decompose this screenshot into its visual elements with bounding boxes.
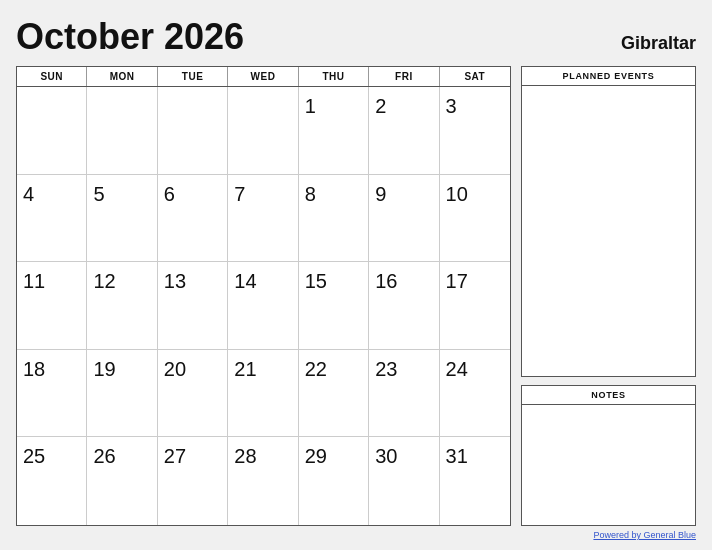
day-number: 29 bbox=[305, 445, 362, 468]
calendar-cell: 6 bbox=[158, 175, 228, 263]
calendar-cell: 24 bbox=[440, 350, 510, 438]
powered-by-link[interactable]: Powered by General Blue bbox=[593, 530, 696, 540]
calendar-grid: 1234567891011121314151617181920212223242… bbox=[17, 87, 510, 525]
calendar-cell: 18 bbox=[17, 350, 87, 438]
day-number: 25 bbox=[23, 445, 80, 468]
day-number: 19 bbox=[93, 358, 150, 381]
day-number: 15 bbox=[305, 270, 362, 293]
calendar-cell: 10 bbox=[440, 175, 510, 263]
planned-events-box: PLANNED EVENTS bbox=[521, 66, 696, 377]
calendar-cell: 13 bbox=[158, 262, 228, 350]
day-number: 6 bbox=[164, 183, 221, 206]
notes-box: NOTES bbox=[521, 385, 696, 526]
calendar-cell: 20 bbox=[158, 350, 228, 438]
region-label: Gibraltar bbox=[621, 33, 696, 54]
notes-content bbox=[522, 405, 695, 525]
calendar-cell: 15 bbox=[299, 262, 369, 350]
day-number: 28 bbox=[234, 445, 291, 468]
calendar: SUNMONTUEWEDTHUFRISAT 123456789101112131… bbox=[16, 66, 511, 526]
day-number: 7 bbox=[234, 183, 291, 206]
calendar-cell bbox=[87, 87, 157, 175]
calendar-cell: 28 bbox=[228, 437, 298, 525]
planned-events-content bbox=[522, 86, 695, 376]
calendar-cell: 19 bbox=[87, 350, 157, 438]
day-number: 20 bbox=[164, 358, 221, 381]
day-number: 14 bbox=[234, 270, 291, 293]
calendar-cell: 2 bbox=[369, 87, 439, 175]
day-number: 5 bbox=[93, 183, 150, 206]
calendar-cell: 5 bbox=[87, 175, 157, 263]
calendar-cell: 22 bbox=[299, 350, 369, 438]
day-number: 8 bbox=[305, 183, 362, 206]
day-header: SUN bbox=[17, 67, 87, 86]
calendar-cell: 1 bbox=[299, 87, 369, 175]
day-header: TUE bbox=[158, 67, 228, 86]
day-number: 11 bbox=[23, 270, 80, 293]
calendar-cell bbox=[158, 87, 228, 175]
day-header: THU bbox=[299, 67, 369, 86]
day-number: 27 bbox=[164, 445, 221, 468]
calendar-cell: 17 bbox=[440, 262, 510, 350]
day-number: 9 bbox=[375, 183, 432, 206]
calendar-cell: 27 bbox=[158, 437, 228, 525]
day-headers: SUNMONTUEWEDTHUFRISAT bbox=[17, 67, 510, 87]
calendar-cell: 23 bbox=[369, 350, 439, 438]
calendar-cell bbox=[228, 87, 298, 175]
day-number: 21 bbox=[234, 358, 291, 381]
calendar-cell: 12 bbox=[87, 262, 157, 350]
calendar-cell: 31 bbox=[440, 437, 510, 525]
calendar-cell: 8 bbox=[299, 175, 369, 263]
day-number: 2 bbox=[375, 95, 432, 118]
calendar-cell: 14 bbox=[228, 262, 298, 350]
day-number: 30 bbox=[375, 445, 432, 468]
calendar-cell bbox=[17, 87, 87, 175]
day-number: 17 bbox=[446, 270, 504, 293]
day-header: WED bbox=[228, 67, 298, 86]
page: October 2026 Gibraltar SUNMONTUEWEDTHUFR… bbox=[0, 0, 712, 550]
day-number: 10 bbox=[446, 183, 504, 206]
planned-events-title: PLANNED EVENTS bbox=[522, 67, 695, 86]
main-area: SUNMONTUEWEDTHUFRISAT 123456789101112131… bbox=[16, 66, 696, 526]
day-header: MON bbox=[87, 67, 157, 86]
calendar-cell: 26 bbox=[87, 437, 157, 525]
page-title: October 2026 bbox=[16, 16, 244, 58]
day-number: 13 bbox=[164, 270, 221, 293]
day-header: SAT bbox=[440, 67, 510, 86]
day-number: 26 bbox=[93, 445, 150, 468]
calendar-cell: 7 bbox=[228, 175, 298, 263]
notes-title: NOTES bbox=[522, 386, 695, 405]
day-number: 18 bbox=[23, 358, 80, 381]
day-number: 16 bbox=[375, 270, 432, 293]
calendar-cell: 3 bbox=[440, 87, 510, 175]
calendar-cell: 25 bbox=[17, 437, 87, 525]
day-number: 12 bbox=[93, 270, 150, 293]
day-number: 23 bbox=[375, 358, 432, 381]
calendar-cell: 21 bbox=[228, 350, 298, 438]
day-number: 24 bbox=[446, 358, 504, 381]
sidebar: PLANNED EVENTS NOTES bbox=[521, 66, 696, 526]
calendar-cell: 16 bbox=[369, 262, 439, 350]
calendar-cell: 4 bbox=[17, 175, 87, 263]
footer: Powered by General Blue bbox=[16, 530, 696, 540]
day-header: FRI bbox=[369, 67, 439, 86]
calendar-cell: 11 bbox=[17, 262, 87, 350]
calendar-cell: 9 bbox=[369, 175, 439, 263]
calendar-cell: 30 bbox=[369, 437, 439, 525]
day-number: 22 bbox=[305, 358, 362, 381]
header: October 2026 Gibraltar bbox=[16, 16, 696, 58]
calendar-cell: 29 bbox=[299, 437, 369, 525]
day-number: 3 bbox=[446, 95, 504, 118]
day-number: 31 bbox=[446, 445, 504, 468]
day-number: 4 bbox=[23, 183, 80, 206]
day-number: 1 bbox=[305, 95, 362, 118]
